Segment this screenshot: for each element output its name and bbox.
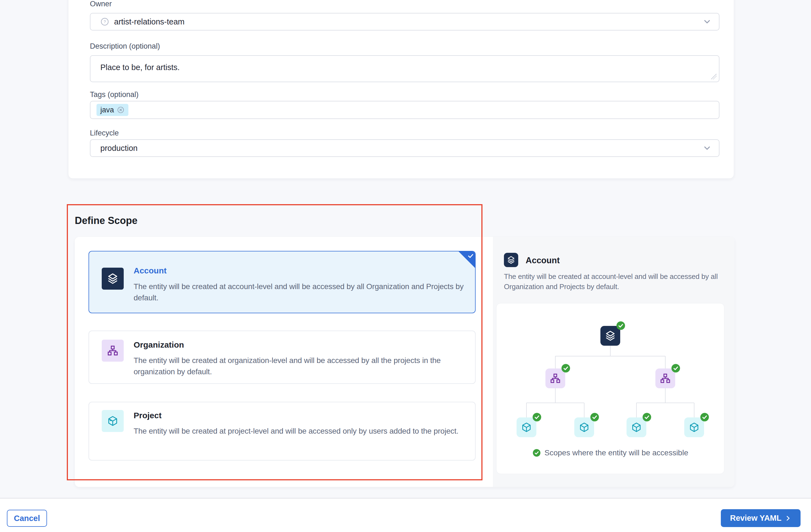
svg-text:?: ? [104,19,106,24]
diagram-legend: Scopes where the entity will be accessib… [496,449,724,457]
detail-title: Account [526,255,560,265]
check-badge [532,412,541,422]
check-badge-icon [533,449,541,457]
tags-input[interactable]: java [90,101,719,119]
tags-label: Tags (optional) [90,90,139,99]
chevron-right-icon [785,515,791,521]
detail-account-icon [504,253,518,267]
lifecycle-value: production [100,144,137,153]
check-icon [467,252,474,260]
check-badge [561,363,570,373]
tag-chip[interactable]: java [96,104,128,116]
review-yaml-button[interactable]: Review YAML [721,509,800,527]
organization-icon [102,340,124,362]
legend-text: Scopes where the entity will be accessib… [545,449,688,457]
option-title: Organization [134,340,184,349]
scope-option-organization[interactable]: Organization The entity will be created … [89,331,476,384]
tag-chip-label: java [100,106,114,114]
project-icon [102,410,124,432]
owner-value: artist-relations-team [114,17,184,26]
resize-handle[interactable] [711,74,717,79]
option-title: Project [134,411,162,420]
option-description: The entity will be created at project-le… [134,425,473,437]
cancel-label: Cancel [14,514,40,523]
option-title: Account [134,266,167,275]
footer-bar [0,498,811,532]
description-value: Place to be, for artists. [100,63,180,72]
owner-label: Owner [90,0,112,8]
define-scope-heading: Define Scope [75,215,137,226]
lifecycle-select[interactable]: production [90,139,719,157]
owner-select[interactable]: ? artist-relations-team [90,13,719,31]
entity-details-card: Owner ? artist-relations-team Descriptio… [68,0,734,178]
description-textarea[interactable]: Place to be, for artists. [90,55,719,82]
check-badge [642,412,652,422]
lifecycle-label: Lifecycle [90,129,119,137]
check-badge [700,412,709,422]
check-badge [590,412,599,422]
review-yaml-label: Review YAML [730,514,782,523]
account-icon [102,268,124,290]
description-label: Description (optional) [90,42,160,50]
page: Owner ? artist-relations-team Descriptio… [0,0,811,532]
chevron-down-icon[interactable] [702,17,712,26]
detail-description: The entity will be created at account-le… [504,271,726,292]
check-badge [616,321,625,330]
check-badge [671,363,680,373]
help-icon: ? [100,17,109,26]
scope-option-account[interactable]: Account The entity will be created at ac… [89,251,476,313]
chevron-down-icon[interactable] [702,143,712,153]
selected-check-badge [458,251,476,268]
cancel-button[interactable]: Cancel [7,510,47,527]
option-description: The entity will be created at account-le… [134,281,473,303]
scope-option-project[interactable]: Project The entity will be created at pr… [89,402,476,460]
remove-tag-icon[interactable] [117,106,124,114]
option-description: The entity will be created at organizati… [134,355,473,377]
scope-diagram: Scopes where the entity will be accessib… [496,303,724,474]
